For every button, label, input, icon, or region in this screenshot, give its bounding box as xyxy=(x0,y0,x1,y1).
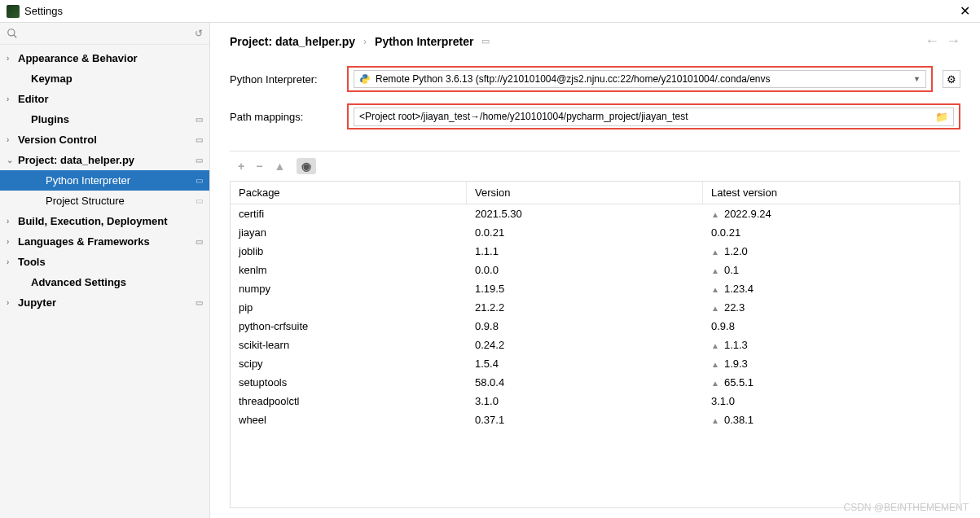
upgrade-available-icon: ▲ xyxy=(711,379,719,388)
window-title: Settings xyxy=(24,5,956,17)
package-version: 58.0.4 xyxy=(467,373,703,392)
package-name: scipy xyxy=(231,354,467,373)
python-icon xyxy=(359,73,371,85)
sidebar-item-label: Advanced Settings xyxy=(31,276,126,288)
upgrade-available-icon: ▲ xyxy=(711,266,719,275)
sidebar-item-advanced-settings[interactable]: Advanced Settings xyxy=(0,272,209,292)
interpreter-dropdown[interactable]: Remote Python 3.6.13 (sftp://y210101004@… xyxy=(354,70,926,88)
chevron-down-icon: ▼ xyxy=(913,75,921,83)
sidebar-item-python-interpreter[interactable]: Python Interpreter▭ xyxy=(0,170,209,191)
upgrade-available-icon: ▲ xyxy=(711,341,719,350)
remove-package-button[interactable]: − xyxy=(256,160,262,173)
chevron-icon: › xyxy=(7,298,16,307)
modified-badge-icon: ▭ xyxy=(196,115,203,124)
package-version: 0.37.1 xyxy=(467,410,703,429)
table-row[interactable]: certifi2021.5.30▲2022.9.24 xyxy=(231,204,960,223)
package-name: certifi xyxy=(231,204,467,223)
table-row[interactable]: setuptools58.0.4▲65.5.1 xyxy=(231,373,960,392)
sidebar-item-plugins[interactable]: Plugins▭ xyxy=(0,109,209,130)
sidebar-item-label: Languages & Frameworks xyxy=(18,235,150,248)
sidebar-item-label: Version Control xyxy=(18,134,97,146)
package-name: setuptools xyxy=(231,373,467,392)
sidebar-item-version-control[interactable]: ›Version Control▭ xyxy=(0,130,209,150)
app-icon xyxy=(7,5,20,18)
upgrade-package-button[interactable]: ▲ xyxy=(274,160,285,173)
table-row[interactable]: threadpoolctl3.1.03.1.0 xyxy=(231,392,960,410)
modified-badge-icon: ▭ xyxy=(196,196,203,205)
package-version: 0.0.21 xyxy=(467,223,703,242)
title-bar: Settings ✕ xyxy=(0,0,980,23)
upgrade-available-icon: ▲ xyxy=(711,360,719,369)
sidebar-item-keymap[interactable]: Keymap xyxy=(0,68,209,89)
content-panel: Project: data_helper.py › Python Interpr… xyxy=(210,23,980,518)
package-latest: 3.1.0 xyxy=(703,392,960,410)
gear-icon[interactable]: ⚙ xyxy=(943,70,960,88)
sidebar-item-project-structure[interactable]: Project Structure▭ xyxy=(0,191,209,211)
search-bar[interactable]: ↺ xyxy=(0,23,209,45)
add-package-button[interactable]: + xyxy=(238,160,244,173)
table-row[interactable]: pip21.2.2▲22.3 xyxy=(231,298,960,317)
sidebar-item-jupyter[interactable]: ›Jupyter▭ xyxy=(0,292,209,313)
header-package[interactable]: Package xyxy=(231,182,467,204)
sidebar-item-label: Keymap xyxy=(31,72,73,85)
sidebar-item-build-execution-deployment[interactable]: ›Build, Execution, Deployment xyxy=(0,211,209,231)
sidebar-item-tools[interactable]: ›Tools xyxy=(0,252,209,272)
sidebar-item-languages-frameworks[interactable]: ›Languages & Frameworks▭ xyxy=(0,231,209,252)
sidebar-item-label: Editor xyxy=(18,93,49,105)
upgrade-available-icon: ▲ xyxy=(711,248,719,257)
package-version: 1.19.5 xyxy=(467,279,703,298)
sidebar: ↺ ›Appearance & BehaviorKeymap›EditorPlu… xyxy=(0,23,210,518)
table-row[interactable]: joblib1.1.1▲1.2.0 xyxy=(231,242,960,261)
package-version: 1.5.4 xyxy=(467,354,703,373)
package-version: 21.2.2 xyxy=(467,298,703,317)
package-latest: ▲0.38.1 xyxy=(703,410,960,429)
table-row[interactable]: scipy1.5.4▲1.9.3 xyxy=(231,354,960,373)
sidebar-item-label: Project Structure xyxy=(46,195,125,207)
table-row[interactable]: scikit-learn0.24.2▲1.1.3 xyxy=(231,336,960,354)
folder-icon[interactable]: 📁 xyxy=(935,111,948,123)
mappings-value: <Project root>/jiayan_test→/home/y210101… xyxy=(359,111,688,122)
modified-badge-icon: ▭ xyxy=(196,298,203,307)
package-table: Package Version Latest version certifi20… xyxy=(230,181,960,508)
mappings-highlight: <Project root>/jiayan_test→/home/y210101… xyxy=(347,103,960,130)
package-name: threadpoolctl xyxy=(231,392,467,410)
nav-back-icon[interactable]: ← xyxy=(925,33,939,50)
mappings-label: Path mappings: xyxy=(230,111,337,123)
chevron-icon: › xyxy=(7,54,16,63)
table-row[interactable]: wheel0.37.1▲0.38.1 xyxy=(231,410,960,429)
package-latest: ▲1.2.0 xyxy=(703,242,960,261)
table-row[interactable]: numpy1.19.5▲1.23.4 xyxy=(231,279,960,298)
sidebar-item-project-data-helper-py[interactable]: ⌄Project: data_helper.py▭ xyxy=(0,150,209,170)
sidebar-item-appearance-behavior[interactable]: ›Appearance & Behavior xyxy=(0,48,209,68)
sidebar-item-label: Plugins xyxy=(31,113,69,125)
reset-icon[interactable]: ▭ xyxy=(481,36,490,46)
package-latest: ▲2022.9.24 xyxy=(703,204,960,223)
table-body: certifi2021.5.30▲2022.9.24jiayan0.0.210.… xyxy=(231,204,960,507)
breadcrumb-page: Python Interpreter xyxy=(375,35,473,48)
package-latest: ▲1.23.4 xyxy=(703,279,960,298)
sidebar-item-editor[interactable]: ›Editor xyxy=(0,89,209,109)
header-version[interactable]: Version xyxy=(467,182,703,204)
close-icon[interactable]: ✕ xyxy=(956,3,973,19)
mappings-input[interactable]: <Project root>/jiayan_test→/home/y210101… xyxy=(354,108,954,126)
nav-forward-icon[interactable]: → xyxy=(946,33,960,50)
package-name: pip xyxy=(231,298,467,317)
table-row[interactable]: jiayan0.0.210.0.21 xyxy=(231,223,960,242)
show-early-releases-button[interactable]: ◉ xyxy=(297,158,316,174)
history-icon[interactable]: ↺ xyxy=(195,28,203,39)
table-row[interactable]: python-crfsuite0.9.80.9.8 xyxy=(231,317,960,336)
chevron-icon: › xyxy=(7,217,16,226)
table-row[interactable]: kenlm0.0.0▲0.1 xyxy=(231,261,960,279)
interpreter-value: Remote Python 3.6.13 (sftp://y210101004@… xyxy=(376,73,771,85)
search-input[interactable] xyxy=(21,28,191,39)
breadcrumb: Project: data_helper.py › Python Interpr… xyxy=(230,33,960,50)
sidebar-item-label: Project: data_helper.py xyxy=(18,154,134,166)
package-latest: 0.9.8 xyxy=(703,317,960,336)
watermark: CSDN @BEINTHEMEMENT xyxy=(843,502,969,513)
modified-badge-icon: ▭ xyxy=(196,135,203,144)
package-version: 1.1.1 xyxy=(467,242,703,261)
header-latest[interactable]: Latest version xyxy=(703,182,960,204)
sidebar-item-label: Tools xyxy=(18,256,46,268)
breadcrumb-project: Project: data_helper.py xyxy=(230,35,355,48)
package-latest: ▲1.1.3 xyxy=(703,336,960,354)
